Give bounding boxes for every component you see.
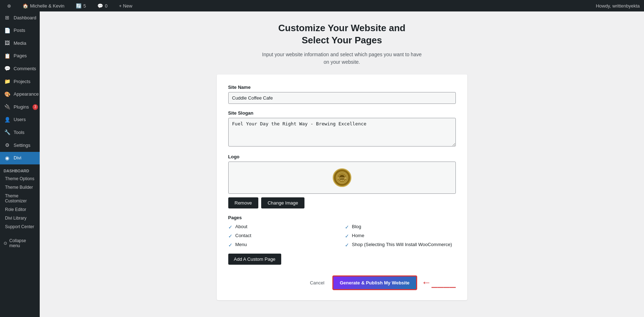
remove-logo-button[interactable]: Remove (228, 197, 258, 208)
submenu-heading: Dashboard (0, 166, 40, 174)
sidebar: ⊞ Dashboard 📄 Posts 🖼 Media 📋 Pages 💬 Co… (0, 11, 40, 317)
site-name-group: Site Name (228, 85, 456, 104)
main-content: Customize Your Website andSelect Your Pa… (40, 11, 644, 317)
settings-icon: ⚙ (4, 142, 11, 149)
page-check-shop: ✓ Shop (Selecting This Will Install WooC… (345, 242, 456, 248)
logo-label: Logo (228, 154, 456, 159)
page-label-home: Home (352, 233, 365, 238)
logo-group: Logo COFFEE CAFE (228, 154, 456, 208)
comments-icon: 💬 (97, 3, 103, 9)
collapse-icon: ⊙ (4, 241, 7, 246)
submenu-theme-builder[interactable]: Theme Builder (0, 183, 40, 192)
logo-image: COFFEE CAFE (333, 168, 351, 187)
submenu-theme-options[interactable]: Theme Options (0, 174, 40, 183)
check-icon-contact: ✓ (228, 233, 233, 239)
page-subtitle: Input your website information and selec… (217, 51, 467, 66)
check-icon-shop: ✓ (345, 242, 349, 248)
sidebar-item-users[interactable]: 👤 Users (0, 114, 40, 126)
sidebar-item-pages[interactable]: 📋 Pages (0, 50, 40, 63)
sidebar-item-divi[interactable]: ◉ Divi (0, 152, 40, 165)
site-name-input[interactable] (228, 92, 456, 104)
posts-icon: 📄 (4, 27, 11, 34)
wp-logo[interactable]: ⊛ (4, 0, 14, 11)
sidebar-item-projects[interactable]: 📁 Projects (0, 75, 40, 88)
plugins-icon: 🔌 (4, 104, 11, 111)
submenu-support-center[interactable]: Support Center (0, 222, 40, 231)
sidebar-item-media[interactable]: 🖼 Media (0, 37, 40, 50)
generate-button[interactable]: Generate & Publish My Website (332, 275, 417, 290)
pages-section: Pages ✓ About ✓ Blog ✓ Contact (228, 215, 456, 248)
sidebar-item-settings[interactable]: ⚙ Settings (0, 139, 40, 152)
admin-bar: ⊛ 🏠 Michelle & Kevin 🔄 5 💬 0 + New Howdy… (0, 0, 644, 11)
logo-buttons: Remove Change Image (228, 197, 456, 208)
site-name-label: Site Name (228, 85, 456, 90)
page-title: Customize Your Website andSelect Your Pa… (217, 22, 467, 47)
page-check-blog: ✓ Blog (345, 224, 456, 230)
appearance-icon: 🎨 (4, 91, 11, 98)
sidebar-item-posts[interactable]: 📄 Posts (0, 24, 40, 37)
logo-preview: COFFEE CAFE (228, 162, 456, 194)
check-icon-about: ✓ (228, 224, 233, 230)
site-name-bar[interactable]: 🏠 Michelle & Kevin (20, 0, 67, 11)
form-card: Site Name Site Slogan Logo (217, 75, 467, 300)
svg-text:CAFE: CAFE (340, 179, 344, 181)
page-label-menu: Menu (235, 242, 247, 247)
pages-label: Pages (228, 215, 456, 220)
page-label-contact: Contact (235, 233, 252, 238)
check-icon-blog: ✓ (345, 224, 349, 230)
coffee-logo-svg: COFFEE CAFE (337, 173, 347, 183)
sidebar-item-tools[interactable]: 🔧 Tools (0, 126, 40, 139)
updates-icon: 🔄 (76, 3, 82, 9)
card-footer: Cancel Generate & Publish My Website ←⎯⎯… (228, 272, 456, 290)
new-content-item[interactable]: + New (116, 0, 135, 11)
submenu-theme-customizer[interactable]: Theme Customizer (0, 192, 40, 205)
divi-submenu: Dashboard Theme Options Theme Builder Th… (0, 164, 40, 232)
submenu-role-editor[interactable]: Role Editor (0, 205, 40, 214)
users-icon: 👤 (4, 116, 11, 124)
site-slogan-label: Site Slogan (228, 110, 456, 116)
media-icon: 🖼 (4, 40, 11, 47)
check-icon-home: ✓ (345, 233, 349, 239)
page-check-menu: ✓ Menu (228, 242, 339, 248)
add-custom-page-button[interactable]: Add A Custom Page (228, 254, 281, 265)
comments-icon: 💬 (4, 65, 11, 72)
plugins-badge: 3 (33, 104, 38, 110)
comments-item[interactable]: 💬 0 (94, 0, 110, 11)
collapse-menu-button[interactable]: ⊙ Collapse menu (0, 235, 40, 251)
sidebar-item-dashboard[interactable]: ⊞ Dashboard (0, 11, 40, 24)
pages-icon: 📋 (4, 53, 11, 60)
change-image-button[interactable]: Change Image (261, 197, 304, 208)
sidebar-item-appearance[interactable]: 🎨 Appearance (0, 88, 40, 101)
submenu-divi-library[interactable]: Divi Library (0, 214, 40, 222)
site-icon: 🏠 (23, 3, 28, 9)
red-arrow-annotation: ←⎯⎯⎯⎯ (421, 277, 456, 288)
site-slogan-input[interactable] (228, 118, 456, 147)
page-check-home: ✓ Home (345, 233, 456, 239)
generate-with-arrow: Generate & Publish My Website ←⎯⎯⎯⎯ (332, 275, 456, 290)
dashboard-icon: ⊞ (4, 14, 11, 21)
page-label-shop: Shop (Selecting This Will Install WooCom… (352, 242, 452, 247)
page-container: Customize Your Website andSelect Your Pa… (217, 22, 467, 306)
page-check-about: ✓ About (228, 224, 339, 230)
sidebar-item-comments[interactable]: 💬 Comments (0, 62, 40, 75)
divi-icon: ◉ (4, 155, 11, 162)
sidebar-item-plugins[interactable]: 🔌 Plugins 3 (0, 101, 40, 114)
tools-icon: 🔧 (4, 129, 11, 136)
page-label-blog: Blog (352, 224, 361, 229)
projects-icon: 📁 (4, 78, 11, 85)
site-slogan-group: Site Slogan (228, 110, 456, 148)
cancel-button[interactable]: Cancel (307, 278, 327, 288)
updates-item[interactable]: 🔄 5 (73, 0, 89, 11)
page-label-about: About (235, 224, 248, 229)
page-header: Customize Your Website andSelect Your Pa… (217, 22, 467, 66)
howdy-text: Howdy, writtenbyekta (596, 3, 640, 9)
page-check-contact: ✓ Contact (228, 233, 339, 239)
check-icon-menu: ✓ (228, 242, 233, 248)
wp-icon: ⊛ (7, 3, 11, 9)
pages-grid: ✓ About ✓ Blog ✓ Contact ✓ (228, 224, 456, 248)
logo-inner: COFFEE CAFE (336, 172, 348, 184)
